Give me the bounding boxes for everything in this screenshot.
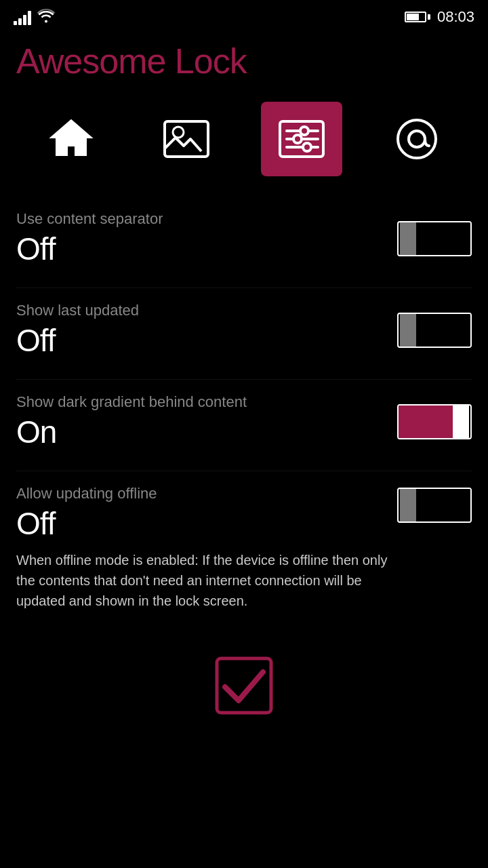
status-left — [14, 7, 56, 27]
setting-show-last-updated: Show last updated Off — [16, 288, 472, 380]
nav-home-button[interactable] — [30, 102, 112, 176]
nav-bar — [0, 95, 488, 197]
svg-point-4 — [300, 127, 308, 135]
app-title: Awesome Lock — [0, 34, 488, 95]
setting-content-separator-label: Use content separator — [16, 210, 397, 228]
setting-content-separator-text: Use content separator Off — [16, 210, 397, 267]
svg-rect-0 — [165, 121, 208, 157]
setting-allow-offline-description: When offline mode is enabled: If the dev… — [16, 550, 397, 611]
clock: 08:03 — [437, 8, 474, 26]
status-right: 08:03 — [405, 8, 474, 26]
toggle-content-separator[interactable] — [397, 221, 472, 256]
status-bar: 08:03 — [0, 0, 488, 34]
svg-point-6 — [293, 135, 302, 143]
toggle-show-last-updated[interactable] — [397, 313, 472, 348]
setting-show-last-updated-text: Show last updated Off — [16, 302, 397, 359]
bottom-action-bar — [0, 631, 488, 736]
confirm-button[interactable] — [210, 652, 278, 722]
setting-allow-offline-label: Allow updating offline — [16, 485, 397, 502]
setting-content-separator: Use content separator Off — [16, 197, 472, 288]
svg-point-13 — [409, 131, 425, 147]
nav-account-button[interactable] — [376, 102, 458, 176]
settings-container: Use content separator Off Show last upda… — [0, 197, 488, 631]
setting-dark-gradient: Show dark gradient behind content On — [16, 380, 472, 471]
signal-icon — [14, 9, 31, 25]
nav-settings-button[interactable] — [261, 102, 342, 176]
battery-icon — [405, 12, 430, 22]
setting-content-separator-value: Off — [16, 231, 397, 267]
setting-allow-offline: Allow updating offline Off When offline … — [16, 471, 472, 631]
setting-dark-gradient-text: Show dark gradient behind content On — [16, 393, 397, 450]
setting-dark-gradient-value: On — [16, 414, 397, 450]
setting-allow-offline-value: Off — [16, 505, 397, 542]
setting-dark-gradient-label: Show dark gradient behind content — [16, 393, 397, 411]
toggle-dark-gradient[interactable] — [397, 404, 472, 439]
toggle-allow-offline[interactable] — [397, 488, 472, 523]
wifi-icon — [37, 7, 56, 27]
svg-point-1 — [173, 127, 184, 138]
setting-allow-offline-text: Allow updating offline Off When offline … — [16, 485, 397, 611]
setting-show-last-updated-label: Show last updated — [16, 302, 397, 319]
nav-image-button[interactable] — [146, 102, 227, 176]
svg-point-10 — [303, 143, 311, 151]
svg-point-12 — [398, 120, 436, 158]
setting-show-last-updated-value: Off — [16, 322, 397, 359]
